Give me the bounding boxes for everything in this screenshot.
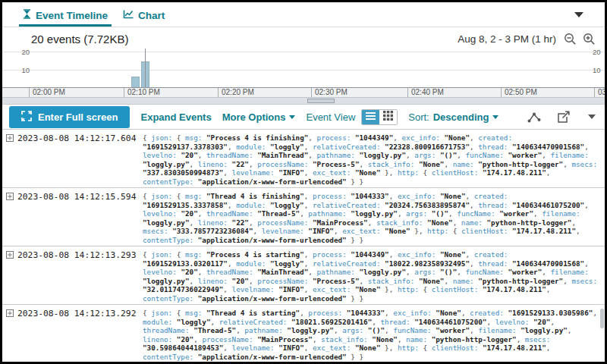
tab-label: Event Timeline: [36, 10, 108, 21]
line-chart-icon: [123, 10, 134, 21]
event-json: { json: { msg: "Thread 4 is starting", p…: [143, 309, 600, 361]
time-range-label: Aug 8, 2 - 3 PM (1 hr): [458, 33, 556, 45]
event-json: { json: { msg: "Process 4 is finishing",…: [143, 133, 600, 186]
x-axis-tick-label: 02:20 PM: [218, 88, 254, 97]
more-options-label: More Options: [222, 111, 286, 123]
event-timestamp: 2023-08-08 14:12:13.293: [17, 250, 143, 260]
event-json: { json: { msg: "Process 4 is starting", …: [143, 250, 600, 303]
expand-event-button[interactable]: [6, 193, 14, 200]
y-axis-label: 20: [593, 49, 601, 56]
tab-chart[interactable]: Chart: [119, 4, 168, 27]
x-axis-tick-label: 03:00 PM: [594, 88, 605, 97]
histogram-bar: [131, 77, 140, 87]
more-options-button[interactable]: More Options: [222, 111, 296, 123]
expand-event-button[interactable]: [6, 134, 14, 142]
chart-scrollbar[interactable]: [2, 98, 605, 105]
x-axis-tick-label: 02:30 PM: [311, 88, 348, 97]
toolbar-collapse-caret-icon[interactable]: [588, 115, 596, 119]
chevron-down-icon: [289, 115, 295, 119]
tabs-bar: Event Timeline Chart: [2, 2, 605, 27]
y-axis-label: 10: [20, 66, 30, 74]
chart-plot-area[interactable]: 10102020: [2, 49, 605, 88]
share-icon[interactable]: [527, 111, 542, 123]
events-scrollbar-thumb[interactable]: [600, 309, 604, 328]
x-axis-tick-label: 02:50 PM: [501, 88, 537, 97]
tab-event-timeline[interactable]: Event Timeline: [19, 3, 112, 27]
sort-dropdown[interactable]: Sort: Descending: [408, 111, 498, 123]
event-view-toggle: [361, 109, 398, 125]
loggly-search-panel: Event Timeline Chart 20 events (7.72KB) …: [0, 0, 607, 364]
x-axis-tick-label: 02:10 PM: [124, 88, 160, 97]
summary-row: 20 events (7.72KB) Aug 8, 2 - 3 PM (1 hr…: [2, 27, 605, 49]
event-row[interactable]: 2023-08-08 14:12:13.293 { json: { msg: "…: [2, 246, 605, 305]
events-list: 2023-08-08 14:12:17.604 { json: { msg: "…: [2, 130, 605, 363]
zoom-out-button[interactable]: [564, 33, 577, 46]
x-axis-tick-label: 02:40 PM: [407, 88, 444, 97]
expand-event-button[interactable]: [6, 309, 14, 317]
zoom-in-button[interactable]: [583, 33, 596, 46]
expand-event-button[interactable]: [6, 251, 14, 259]
event-row[interactable]: 2023-08-08 14:12:15.594 { json: { msg: "…: [2, 188, 605, 246]
x-axis-tick-label: 02:00 PM: [29, 88, 65, 97]
event-json: { json: { msg: "Thread 4 is finishing", …: [143, 192, 600, 244]
chart-cursor-line: [145, 49, 146, 87]
event-view-label: Event View: [306, 111, 355, 123]
chevron-down-icon: [492, 115, 498, 119]
enter-fullscreen-button[interactable]: Enter Full screen: [9, 106, 130, 128]
hourglass-icon: [23, 9, 31, 21]
fullscreen-button-label: Enter Full screen: [38, 111, 118, 123]
sort-label: Sort:: [408, 111, 429, 123]
events-toolbar: Enter Full screen Expand Events More Opt…: [2, 105, 605, 130]
panel-collapse-caret-icon[interactable]: [574, 12, 583, 17]
export-icon[interactable]: [557, 111, 570, 123]
event-timestamp: 2023-08-08 14:12:15.594: [17, 192, 143, 202]
event-timeline-chart[interactable]: 10102020 02:00 PM02:10 PM02:20 PM02:30 P…: [2, 49, 605, 105]
expand-events-button[interactable]: Expand Events: [140, 111, 211, 123]
expand-corners-icon: [21, 111, 32, 124]
expand-events-label: Expand Events: [140, 111, 211, 123]
x-axis-tick-row: 02:00 PM02:10 PM02:20 PM02:30 PM02:40 PM…: [2, 88, 605, 98]
event-row[interactable]: 2023-08-08 14:12:13.292 { json: { msg: "…: [2, 305, 605, 363]
list-icon: [365, 110, 376, 124]
event-row[interactable]: 2023-08-08 14:12:17.604 { json: { msg: "…: [2, 130, 605, 188]
tab-label: Chart: [138, 10, 165, 21]
list-view-button[interactable]: [362, 110, 379, 124]
sort-value: Descending: [433, 111, 489, 123]
chart-scrollbar-thumb[interactable]: [307, 99, 335, 103]
events-count: 20 events (7.72KB): [31, 33, 128, 46]
y-axis-label: 20: [20, 49, 30, 56]
grid-icon: [383, 110, 393, 124]
event-timestamp: 2023-08-08 14:12:17.604: [17, 133, 143, 143]
grid-view-button[interactable]: [379, 110, 397, 124]
event-timestamp: 2023-08-08 14:12:13.292: [17, 309, 143, 318]
y-axis-label: 10: [593, 66, 601, 74]
